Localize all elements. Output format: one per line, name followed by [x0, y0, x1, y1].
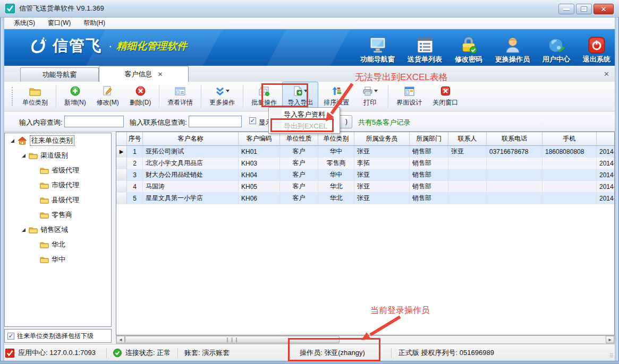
edit-icon	[103, 86, 113, 96]
status-license: 正式版 授权序列号: 051696989	[398, 348, 494, 358]
row-selector[interactable]: ▶	[116, 146, 127, 158]
toolbar-button-category-folder[interactable]: 单位类别	[17, 82, 53, 111]
row-selector[interactable]	[116, 193, 127, 204]
column-header-9[interactable]: 联系电话	[487, 132, 542, 146]
column-header-10[interactable]: 手机	[542, 132, 597, 146]
tree-expander-icon[interactable]	[21, 153, 26, 158]
show-checkbox[interactable]: ✓	[249, 117, 256, 124]
tree-node-2[interactable]: 省级代理	[5, 163, 111, 178]
menu-item-0[interactable]: 系统(S)	[7, 18, 41, 29]
table-cell: 财大办公用品经销处	[143, 169, 239, 181]
table-cell: 18608080808	[542, 146, 597, 158]
window-title: 信管飞送货单软件 V9.1.369	[19, 4, 104, 13]
status-bar: 应用中心: 127.0.0.1:7093 连接状态: 正常 账套: 演示账套 操…	[0, 344, 619, 361]
query-input[interactable]	[64, 116, 124, 127]
scroll-right-arrow[interactable]: ►	[606, 336, 614, 343]
tabbar-close-icon[interactable]: ✕	[604, 70, 609, 78]
toolbar-button-edit[interactable]: 修改(M)	[91, 82, 124, 111]
tree-node-1[interactable]: 渠道级别	[5, 148, 111, 163]
column-header-6[interactable]: 所属业务员	[354, 132, 410, 146]
row-selector[interactable]	[116, 158, 127, 169]
table-row[interactable]: 5星星文具第一小学店KH06客户华北张亚销售部2014-	[116, 193, 614, 204]
toolbar-separator	[388, 85, 388, 108]
table-row[interactable]: 3财大办公用品经销处KH04客户华中张亚销售部2014-	[116, 169, 614, 181]
tree-node-5[interactable]: 零售商	[5, 207, 111, 222]
menu-item-1[interactable]: 窗口(W)	[41, 18, 77, 29]
column-header-8[interactable]: 联系人	[448, 132, 487, 146]
tab-close-icon[interactable]: ✕	[157, 71, 163, 78]
chevron-down-icon	[226, 90, 230, 92]
tree-node-6[interactable]: 销售区域	[5, 222, 111, 237]
toolbar-button-detail[interactable]: 查看详情	[162, 82, 198, 111]
minimize-button[interactable]	[558, 4, 574, 14]
tree-expander-icon[interactable]	[10, 138, 15, 143]
toolbar-button-close-window[interactable]: 关闭窗口	[427, 82, 463, 111]
column-header-4[interactable]: 单位性质	[280, 132, 318, 146]
toolbar-button-label: 关闭窗口	[433, 98, 458, 107]
tree-node-7[interactable]: 华北	[5, 237, 111, 252]
table-cell	[487, 193, 542, 204]
table-cell	[487, 181, 542, 193]
toolbar-button-design[interactable]: 界面设计	[391, 82, 427, 111]
category-folder-icon	[29, 86, 41, 96]
toolbar-button-label: 单位类别	[22, 98, 48, 107]
tree-node-3[interactable]: 市级代理	[5, 178, 111, 193]
tab-label: 客户信息	[124, 70, 152, 79]
column-header-5[interactable]: 单位类别	[318, 132, 354, 146]
column-header-1[interactable]: 序号	[127, 132, 143, 146]
table-row[interactable]: 4马国涛KH05客户华北张亚销售部2014-	[116, 181, 614, 193]
tree-node-0[interactable]: 往来单位类别	[5, 133, 111, 148]
include-sub-checkbox[interactable]: ✓	[7, 333, 14, 340]
tab-nav-window[interactable]: 功能导航窗	[20, 67, 99, 82]
tree-node-4[interactable]: 县级代理	[5, 193, 111, 207]
tree-node-label: 省级代理	[52, 166, 79, 175]
maximize-button[interactable]	[576, 4, 592, 14]
folder-icon	[40, 211, 49, 219]
banner-action-lock[interactable]: 修改密码	[454, 32, 484, 64]
menu-item-export-excel[interactable]: 导出到EXCEL	[269, 120, 340, 132]
banner-action-globe[interactable]: 用户中心	[541, 32, 571, 64]
table-cell	[448, 181, 487, 193]
window-right-border	[615, 18, 619, 361]
toolbar-button-import-export[interactable]: 导入导出	[282, 82, 318, 111]
table-cell: 03716678678	[487, 146, 542, 158]
maximize-icon	[581, 7, 587, 11]
banner-action-monitor[interactable]: 功能导航窗	[359, 32, 396, 64]
table-row[interactable]: ▶1亚拓公司测试KH01客户华中张亚销售部张亚03716678678186080…	[116, 146, 614, 158]
close-button[interactable]: ✕	[593, 4, 614, 14]
column-header-3[interactable]: 客户编码	[239, 132, 280, 146]
tree-node-8[interactable]: 华中	[5, 252, 111, 267]
column-header-11[interactable]	[597, 132, 615, 146]
menu-bar: 系统(S)窗口(W)帮助(H)	[4, 18, 615, 29]
connection-ok-icon	[113, 349, 122, 357]
menu-item-import-customer[interactable]: 导入客户资料	[269, 109, 340, 120]
menu-item-2[interactable]: 帮助(H)	[77, 18, 112, 29]
title-bar: 信管飞送货单软件 V9.1.369 ✕	[0, 0, 619, 18]
tab-customer-info[interactable]: 客户信息✕	[99, 66, 189, 82]
contact-query-input[interactable]	[189, 116, 242, 127]
toolbar-button-sort[interactable]: 排序设置	[318, 82, 354, 111]
window-bottom-border	[0, 361, 619, 364]
scrollbar-thumb[interactable]: ❙❙❙	[125, 336, 340, 343]
scroll-left-arrow[interactable]: ◄	[116, 336, 125, 343]
resize-grip[interactable]: ⠿	[609, 353, 614, 359]
toolbar-button-label: 更多操作	[209, 98, 235, 107]
row-selector[interactable]	[116, 181, 127, 193]
toolbar-button-add[interactable]: 新增(N)	[59, 82, 91, 111]
banner-action-operator[interactable]: 更换操作员	[494, 32, 531, 64]
banner-action-power[interactable]: 退出系统	[582, 32, 612, 64]
toolbar-button-more-actions[interactable]: 更多操作	[204, 82, 240, 111]
toolbar-button-delete[interactable]: 删除(D)	[124, 82, 157, 111]
brand-swoosh-icon	[29, 36, 47, 56]
column-header-2[interactable]: 客户名称	[143, 132, 239, 146]
table-row[interactable]: 2北京小学文具用品店KH03客户零售商李拓销售部2014-	[116, 158, 614, 169]
import-export-menu: 导入客户资料导出到EXCEL	[268, 107, 340, 134]
column-header-0[interactable]	[116, 132, 127, 146]
toolbar-button-batch[interactable]: 批量操作	[246, 82, 282, 111]
tree-expander-icon[interactable]	[21, 228, 26, 232]
row-selector[interactable]	[116, 169, 127, 181]
banner-action-delivery-list[interactable]: 送货单列表	[406, 32, 443, 64]
folder-icon	[29, 152, 38, 159]
column-header-7[interactable]: 所属部门	[410, 132, 448, 146]
toolbar-button-print[interactable]: 打印	[354, 82, 385, 111]
